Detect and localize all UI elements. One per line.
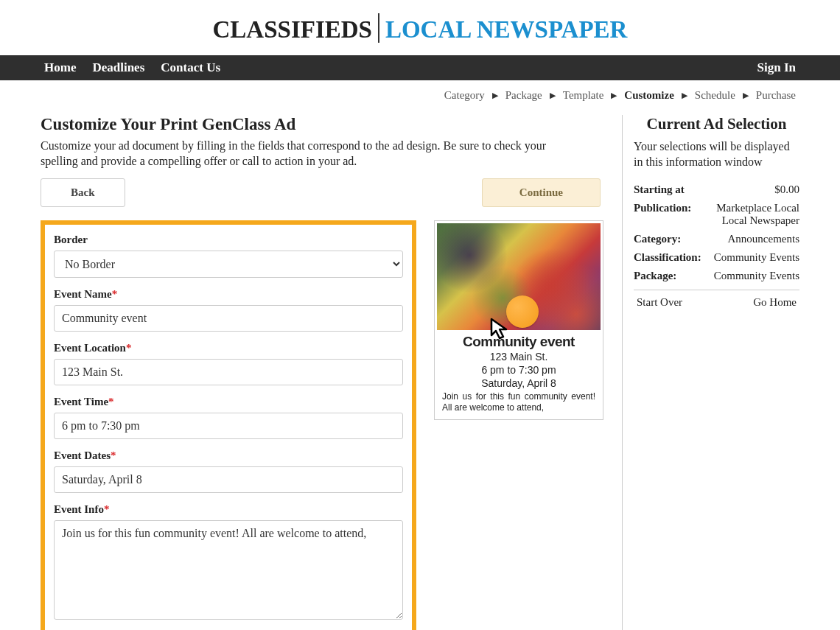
- start-over-link[interactable]: Start Over: [637, 296, 682, 309]
- header-separator: [378, 13, 379, 43]
- breadcrumb-step[interactable]: Template: [563, 89, 604, 102]
- nav-deadlines[interactable]: Deadlines: [92, 60, 144, 75]
- triangle-right-icon: ▶: [611, 91, 617, 100]
- sidebar: Current Ad Selection Your selections wil…: [622, 115, 799, 630]
- triangle-right-icon: ▶: [743, 91, 749, 100]
- breadcrumb-step[interactable]: Purchase: [756, 89, 796, 102]
- page-title: Customize Your Print GenClass Ad: [41, 115, 603, 134]
- go-home-link[interactable]: Go Home: [753, 296, 797, 309]
- ad-form: Border No Border Event Name* Event Locat…: [41, 220, 416, 630]
- nav-signin[interactable]: Sign In: [757, 60, 796, 75]
- event-dates-label: Event Dates*: [54, 449, 403, 462]
- preview-column: Community event 123 Main St. 6 pm to 7:3…: [434, 220, 603, 420]
- sidebar-row: Category:Announcements: [634, 230, 799, 248]
- event-location-input[interactable]: [54, 359, 403, 385]
- event-name-input[interactable]: [54, 305, 403, 332]
- sidebar-title: Current Ad Selection: [634, 115, 799, 133]
- event-location-label: Event Location*: [54, 342, 403, 354]
- event-time-label: Event Time*: [54, 396, 403, 408]
- event-dates-input[interactable]: [54, 466, 403, 493]
- event-info-label: Event Info*: [54, 503, 403, 516]
- nav-left: Home Deadlines Contact Us: [44, 60, 220, 75]
- header-title: CLASSIFIEDS: [213, 16, 372, 43]
- sidebar-row: Publication:Marketplace Local Local News…: [634, 199, 799, 230]
- event-time-input[interactable]: [54, 413, 403, 439]
- event-name-label: Event Name*: [54, 288, 403, 301]
- breadcrumb: Category ▶ Package ▶ Template ▶ Customiz…: [0, 80, 840, 108]
- back-button[interactable]: Back: [41, 178, 125, 207]
- breadcrumb-step[interactable]: Category: [444, 89, 485, 102]
- ad-preview-image: [437, 223, 601, 330]
- main-navbar: Home Deadlines Contact Us Sign In: [0, 55, 840, 80]
- header-subtitle: LOCAL NEWSPAPER: [385, 16, 628, 43]
- continue-button[interactable]: Continue: [482, 178, 601, 207]
- breadcrumb-step[interactable]: Schedule: [695, 89, 735, 102]
- border-select[interactable]: No Border: [54, 251, 403, 278]
- main-content: Customize Your Print GenClass Ad Customi…: [41, 115, 603, 630]
- preview-location: 123 Main St.: [440, 350, 598, 363]
- border-label: Border: [54, 234, 403, 246]
- sidebar-row: Package:Community Events: [634, 267, 799, 285]
- triangle-right-icon: ▶: [682, 91, 687, 100]
- preview-dates: Saturday, April 8: [440, 377, 598, 390]
- nav-home[interactable]: Home: [44, 60, 76, 75]
- triangle-right-icon: ▶: [492, 91, 498, 100]
- ad-preview-card: Community event 123 Main St. 6 pm to 7:3…: [434, 220, 603, 420]
- triangle-right-icon: ▶: [550, 91, 556, 100]
- event-info-textarea[interactable]: [54, 520, 403, 620]
- sidebar-row: Starting at$0.00: [634, 181, 799, 199]
- preview-time: 6 pm to 7:30 pm: [440, 363, 598, 377]
- site-header: CLASSIFIEDS LOCAL NEWSPAPER: [0, 0, 840, 55]
- breadcrumb-step[interactable]: Package: [505, 89, 542, 102]
- sidebar-row: Classification:Community Events: [634, 248, 799, 267]
- page-description: Customize your ad document by filling in…: [41, 139, 571, 169]
- sidebar-description: Your selections will be displayed in thi…: [634, 139, 799, 170]
- preview-info: Join us for this fun community event! Al…: [440, 390, 598, 413]
- nav-contact[interactable]: Contact Us: [161, 60, 220, 75]
- breadcrumb-step-active: Customize: [624, 89, 674, 102]
- preview-event-name: Community event: [440, 334, 598, 350]
